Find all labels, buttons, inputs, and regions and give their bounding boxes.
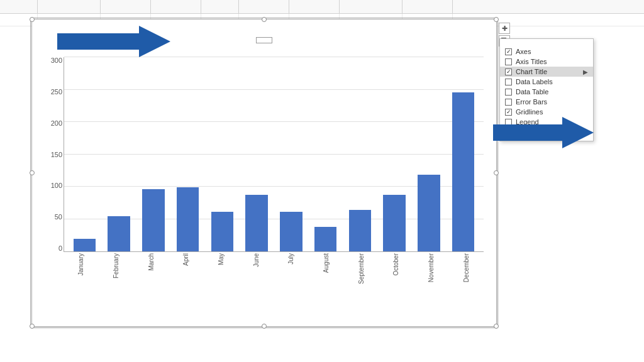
bar-group — [308, 57, 343, 251]
panel-item-label: Trendline — [516, 128, 544, 136]
bar[interactable] — [452, 92, 475, 251]
bar-group — [412, 57, 447, 251]
panel-item-axes[interactable]: Axes — [505, 47, 588, 57]
chart-container[interactable]: 0 50 100 150 200 250 300 — [31, 19, 497, 327]
bar-group — [240, 57, 274, 251]
y-label: 300 — [51, 57, 62, 64]
panel-item-label: Data Labels — [516, 78, 553, 85]
resize-handle-bl[interactable] — [30, 324, 35, 329]
checkbox[interactable] — [505, 79, 512, 85]
bar-group — [343, 57, 377, 251]
bar-group — [136, 57, 171, 251]
panel-item-data-labels[interactable]: Data Labels — [505, 77, 588, 87]
bar[interactable] — [74, 239, 96, 251]
bar[interactable] — [280, 212, 303, 251]
bar[interactable] — [142, 189, 165, 251]
panel-item-label: Axis Titles — [516, 58, 547, 65]
bar[interactable] — [418, 175, 440, 251]
bar-group — [102, 57, 136, 251]
panel-item-error-bars[interactable]: Error Bars — [505, 97, 588, 107]
checkbox[interactable] — [505, 99, 512, 106]
bar-group — [67, 57, 102, 251]
checkbox[interactable] — [505, 109, 512, 116]
panel-item-label: Legend — [516, 118, 539, 126]
bar-group — [377, 57, 412, 251]
col-header-i — [201, 0, 239, 13]
col-header-l — [340, 0, 402, 13]
checkbox[interactable] — [505, 48, 512, 55]
panel-item-label: Gridlines — [516, 108, 543, 116]
col-header-k — [289, 0, 340, 13]
panel-item-legend[interactable]: Legend — [505, 117, 588, 127]
column-headers — [0, 0, 644, 14]
bar[interactable] — [177, 187, 199, 251]
y-axis-labels: 0 50 100 150 200 250 300 — [40, 57, 62, 252]
chart-title[interactable] — [256, 37, 272, 43]
x-label: October — [379, 252, 414, 271]
y-label: 50 — [55, 214, 62, 221]
x-label: September — [343, 252, 379, 271]
chart-plot: 0 50 100 150 200 250 300 — [64, 57, 484, 271]
col-header-f — [38, 0, 101, 13]
y-label: 250 — [51, 89, 62, 96]
x-label: February — [99, 252, 134, 271]
resize-handle-tr[interactable] — [494, 17, 499, 22]
y-label: 150 — [51, 151, 62, 158]
resize-handle-bm[interactable] — [262, 324, 267, 329]
spreadsheet: 0 50 100 150 200 250 300 — [0, 0, 644, 362]
bar-group — [205, 57, 240, 251]
bar[interactable] — [245, 195, 268, 251]
col-header-m — [402, 0, 453, 13]
bars-area — [64, 57, 484, 252]
resize-handle-tl[interactable] — [30, 17, 35, 22]
resize-handle-tm[interactable] — [262, 17, 267, 22]
x-label: April — [169, 252, 204, 271]
panel-item-chart-title[interactable]: Chart Title▶ — [500, 67, 593, 77]
arrow-to-title-icon — [57, 26, 170, 57]
col-header-e — [0, 0, 38, 13]
panel-items: AxesAxis TitlesChart Title▶Data LabelsDa… — [505, 47, 588, 137]
x-label: August — [309, 252, 344, 271]
bar[interactable] — [349, 210, 372, 251]
y-label: 100 — [51, 182, 62, 189]
panel-item-label: Error Bars — [516, 98, 547, 106]
panel-item-trendline[interactable]: Trendline — [505, 127, 588, 137]
checkbox[interactable] — [505, 89, 512, 96]
resize-handle-br[interactable] — [494, 324, 499, 329]
panel-item-gridlines[interactable]: Gridlines — [505, 107, 588, 117]
x-label: July — [274, 252, 309, 271]
resize-handle-ml[interactable] — [30, 170, 35, 175]
x-label: December — [448, 252, 484, 271]
chart-title-area — [38, 26, 490, 54]
x-label: June — [238, 252, 274, 271]
add-chart-element-button[interactable]: ✚ — [499, 23, 510, 34]
bar-group — [274, 57, 309, 251]
bar[interactable] — [211, 212, 234, 251]
chart-elements-panel: AxesAxis TitlesChart Title▶Data LabelsDa… — [499, 38, 594, 141]
panel-item-label: Axes — [516, 48, 531, 55]
resize-handle-mr[interactable] — [494, 170, 499, 175]
col-header-g — [101, 0, 151, 13]
svg-marker-0 — [57, 26, 170, 57]
panel-item-label: Chart Title — [516, 68, 547, 75]
y-label: 0 — [58, 245, 62, 252]
panel-item-data-table[interactable]: Data Table — [505, 87, 588, 97]
checkbox[interactable] — [505, 129, 512, 136]
x-label: March — [133, 252, 169, 271]
col-header-j — [239, 0, 289, 13]
panel-item-axis-titles[interactable]: Axis Titles — [505, 57, 588, 67]
panel-item-label: Data Table — [516, 88, 548, 96]
y-label: 200 — [51, 120, 62, 127]
bar[interactable] — [383, 195, 406, 251]
bar-group — [170, 57, 205, 251]
submenu-arrow-icon: ▶ — [583, 69, 588, 75]
bar[interactable] — [314, 227, 337, 251]
x-label: May — [204, 252, 239, 271]
bar[interactable] — [108, 216, 130, 251]
bar-group — [446, 57, 480, 251]
checkbox[interactable] — [505, 69, 512, 75]
x-axis-labels: JanuaryFebruaryMarchAprilMayJuneJulyAugu… — [64, 252, 484, 271]
checkbox[interactable] — [505, 119, 512, 126]
bars-inner — [64, 57, 484, 251]
checkbox[interactable] — [505, 58, 512, 65]
